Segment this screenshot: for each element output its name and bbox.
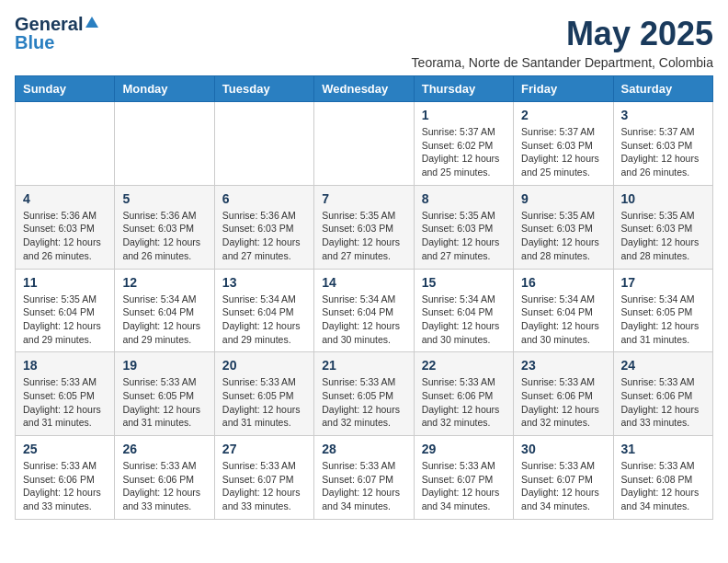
day-info: Sunrise: 5:35 AM Sunset: 6:04 PM Dayligh… (23, 293, 107, 347)
calendar-cell: 1Sunrise: 5:37 AM Sunset: 6:02 PM Daylig… (414, 102, 513, 186)
calendar-table: SundayMondayTuesdayWednesdayThursdayFrid… (15, 75, 713, 520)
day-info: Sunrise: 5:34 AM Sunset: 6:04 PM Dayligh… (521, 293, 605, 347)
calendar-cell: 28Sunrise: 5:33 AM Sunset: 6:07 PM Dayli… (314, 436, 414, 520)
day-info: Sunrise: 5:33 AM Sunset: 6:07 PM Dayligh… (521, 459, 605, 513)
calendar-cell: 18Sunrise: 5:33 AM Sunset: 6:05 PM Dayli… (16, 352, 115, 436)
day-number: 22 (422, 358, 506, 373)
day-info: Sunrise: 5:35 AM Sunset: 6:03 PM Dayligh… (322, 209, 405, 263)
day-info: Sunrise: 5:35 AM Sunset: 6:03 PM Dayligh… (422, 209, 506, 263)
day-number: 19 (122, 358, 206, 373)
calendar-cell: 14Sunrise: 5:34 AM Sunset: 6:04 PM Dayli… (314, 269, 414, 352)
calendar-cell: 24Sunrise: 5:33 AM Sunset: 6:06 PM Dayli… (613, 352, 712, 436)
day-info: Sunrise: 5:35 AM Sunset: 6:03 PM Dayligh… (521, 209, 605, 263)
days-header-row: SundayMondayTuesdayWednesdayThursdayFrid… (16, 76, 713, 102)
calendar-cell: 13Sunrise: 5:34 AM Sunset: 6:04 PM Dayli… (214, 269, 313, 352)
day-number: 27 (222, 442, 306, 456)
day-info: Sunrise: 5:33 AM Sunset: 6:05 PM Dayligh… (222, 375, 306, 430)
calendar-cell: 16Sunrise: 5:34 AM Sunset: 6:04 PM Dayli… (514, 269, 613, 352)
calendar-cell (115, 102, 214, 186)
calendar-cell: 4Sunrise: 5:36 AM Sunset: 6:03 PM Daylig… (16, 185, 115, 269)
day-info: Sunrise: 5:33 AM Sunset: 6:07 PM Dayligh… (322, 459, 405, 513)
day-info: Sunrise: 5:37 AM Sunset: 6:03 PM Dayligh… (521, 125, 605, 179)
week-row-5: 25Sunrise: 5:33 AM Sunset: 6:06 PM Dayli… (16, 436, 713, 520)
day-number: 14 (322, 275, 405, 290)
day-number: 7 (322, 191, 405, 206)
day-info: Sunrise: 5:33 AM Sunset: 6:07 PM Dayligh… (222, 459, 306, 513)
calendar-cell: 6Sunrise: 5:36 AM Sunset: 6:03 PM Daylig… (214, 185, 313, 269)
week-row-1: 1Sunrise: 5:37 AM Sunset: 6:02 PM Daylig… (16, 102, 713, 186)
day-info: Sunrise: 5:33 AM Sunset: 6:07 PM Dayligh… (422, 459, 506, 513)
week-row-2: 4Sunrise: 5:36 AM Sunset: 6:03 PM Daylig… (16, 185, 713, 269)
calendar-cell: 20Sunrise: 5:33 AM Sunset: 6:05 PM Dayli… (214, 352, 313, 436)
calendar-cell: 21Sunrise: 5:33 AM Sunset: 6:05 PM Dayli… (314, 352, 414, 436)
day-number: 18 (23, 358, 107, 373)
day-number: 6 (222, 191, 306, 206)
day-info: Sunrise: 5:33 AM Sunset: 6:06 PM Dayligh… (422, 375, 506, 430)
day-info: Sunrise: 5:36 AM Sunset: 6:03 PM Dayligh… (222, 209, 306, 263)
calendar-cell: 11Sunrise: 5:35 AM Sunset: 6:04 PM Dayli… (16, 269, 115, 352)
calendar-cell: 26Sunrise: 5:33 AM Sunset: 6:06 PM Dayli… (115, 436, 214, 520)
calendar-cell: 27Sunrise: 5:33 AM Sunset: 6:07 PM Dayli… (214, 436, 313, 520)
day-header-friday: Friday (514, 76, 613, 102)
day-number: 5 (122, 191, 206, 206)
title-area: May 2025 Teorama, Norte de Santander Dep… (412, 15, 713, 70)
day-number: 20 (222, 358, 306, 373)
day-info: Sunrise: 5:33 AM Sunset: 6:05 PM Dayligh… (322, 375, 405, 430)
day-number: 16 (521, 275, 605, 290)
day-number: 25 (23, 442, 107, 456)
day-info: Sunrise: 5:33 AM Sunset: 6:08 PM Dayligh… (621, 459, 705, 513)
day-number: 12 (122, 275, 206, 290)
calendar-cell (314, 102, 414, 186)
calendar-cell: 23Sunrise: 5:33 AM Sunset: 6:06 PM Dayli… (514, 352, 613, 436)
calendar-cell: 3Sunrise: 5:37 AM Sunset: 6:03 PM Daylig… (613, 102, 712, 186)
day-info: Sunrise: 5:33 AM Sunset: 6:06 PM Dayligh… (521, 375, 605, 430)
week-row-4: 18Sunrise: 5:33 AM Sunset: 6:05 PM Dayli… (16, 352, 713, 436)
day-info: Sunrise: 5:34 AM Sunset: 6:04 PM Dayligh… (322, 293, 405, 347)
day-header-tuesday: Tuesday (214, 76, 313, 102)
day-number: 15 (422, 275, 506, 290)
calendar-cell (214, 102, 313, 186)
day-number: 24 (621, 358, 705, 373)
day-info: Sunrise: 5:33 AM Sunset: 6:06 PM Dayligh… (621, 375, 705, 430)
calendar-cell: 9Sunrise: 5:35 AM Sunset: 6:03 PM Daylig… (514, 185, 613, 269)
day-info: Sunrise: 5:33 AM Sunset: 6:05 PM Dayligh… (23, 375, 107, 430)
calendar-cell: 10Sunrise: 5:35 AM Sunset: 6:03 PM Dayli… (613, 185, 712, 269)
day-number: 23 (521, 358, 605, 373)
calendar-cell (16, 102, 115, 186)
day-info: Sunrise: 5:35 AM Sunset: 6:03 PM Dayligh… (621, 209, 705, 263)
logo-triangle-icon (85, 15, 99, 29)
day-number: 10 (621, 191, 705, 206)
calendar-cell: 15Sunrise: 5:34 AM Sunset: 6:04 PM Dayli… (414, 269, 513, 352)
calendar-cell: 25Sunrise: 5:33 AM Sunset: 6:06 PM Dayli… (16, 436, 115, 520)
calendar-cell: 17Sunrise: 5:34 AM Sunset: 6:05 PM Dayli… (613, 269, 712, 352)
day-info: Sunrise: 5:34 AM Sunset: 6:04 PM Dayligh… (422, 293, 506, 347)
calendar-cell: 2Sunrise: 5:37 AM Sunset: 6:03 PM Daylig… (514, 102, 613, 186)
calendar-cell: 30Sunrise: 5:33 AM Sunset: 6:07 PM Dayli… (514, 436, 613, 520)
day-number: 31 (621, 442, 705, 456)
calendar-cell: 8Sunrise: 5:35 AM Sunset: 6:03 PM Daylig… (414, 185, 513, 269)
day-info: Sunrise: 5:34 AM Sunset: 6:04 PM Dayligh… (122, 293, 206, 347)
month-title: May 2025 (412, 15, 713, 53)
day-info: Sunrise: 5:37 AM Sunset: 6:03 PM Dayligh… (621, 125, 705, 179)
day-number: 11 (23, 275, 107, 290)
calendar-cell: 12Sunrise: 5:34 AM Sunset: 6:04 PM Dayli… (115, 269, 214, 352)
day-info: Sunrise: 5:33 AM Sunset: 6:06 PM Dayligh… (122, 459, 206, 513)
calendar-cell: 22Sunrise: 5:33 AM Sunset: 6:06 PM Dayli… (414, 352, 513, 436)
day-info: Sunrise: 5:34 AM Sunset: 6:05 PM Dayligh… (621, 293, 705, 347)
logo-blue: Blue (15, 33, 54, 52)
day-number: 2 (521, 108, 605, 122)
day-header-thursday: Thursday (414, 76, 513, 102)
week-row-3: 11Sunrise: 5:35 AM Sunset: 6:04 PM Dayli… (16, 269, 713, 352)
day-number: 13 (222, 275, 306, 290)
logo: General Blue (15, 15, 99, 52)
day-number: 3 (621, 108, 705, 122)
day-number: 29 (422, 442, 506, 456)
day-number: 26 (122, 442, 206, 456)
logo-general: General (15, 15, 83, 33)
day-number: 21 (322, 358, 405, 373)
calendar-cell: 19Sunrise: 5:33 AM Sunset: 6:05 PM Dayli… (115, 352, 214, 436)
day-header-monday: Monday (115, 76, 214, 102)
day-info: Sunrise: 5:33 AM Sunset: 6:05 PM Dayligh… (122, 375, 206, 430)
header: General Blue May 2025 Teorama, Norte de … (15, 15, 713, 70)
calendar-cell: 7Sunrise: 5:35 AM Sunset: 6:03 PM Daylig… (314, 185, 414, 269)
